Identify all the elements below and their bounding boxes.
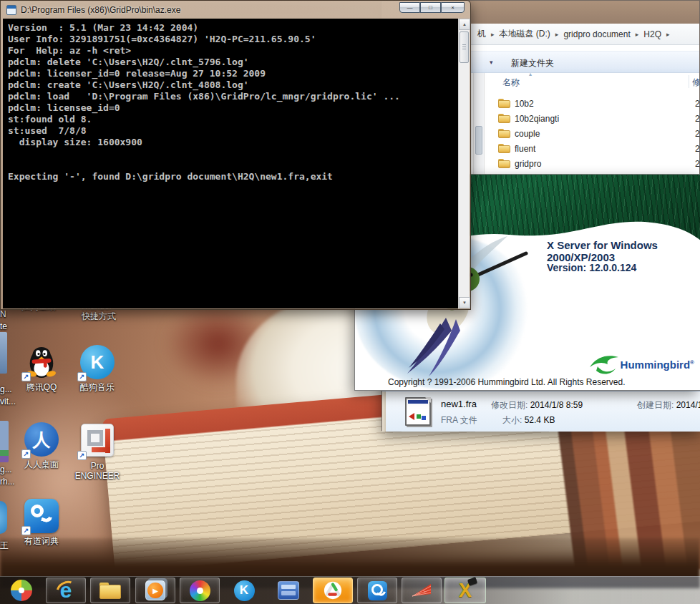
shortcut-arrow-icon: ↗ — [77, 372, 87, 381]
splash-version: Version: 12.0.0.124 — [547, 262, 636, 273]
console-scrollbar-thumb[interactable] — [460, 31, 469, 63]
media-player-icon: ▶ — [145, 580, 165, 600]
date-cell-clipped: 2 — [695, 114, 700, 124]
created-date-value: 2014/1/7 — [676, 400, 700, 410]
file-type: FRA 文件 — [441, 414, 477, 427]
taskbar-item-windows-explorer[interactable] — [90, 578, 130, 603]
console-app-icon — [6, 5, 16, 15]
taskbar-item-exceed[interactable]: X — [444, 578, 486, 603]
column-header-name[interactable]: 名称 — [502, 77, 520, 89]
maximize-button[interactable]: □ — [420, 2, 441, 13]
toolbar-dropdown-caret-icon[interactable]: ▾ — [490, 59, 493, 66]
kugou-music-icon: K — [234, 580, 255, 601]
taskbar-item-kugou[interactable]: K — [224, 578, 264, 603]
console-output: Version : 5.1 (Mar 23 14:42 2004) User I… — [3, 19, 470, 182]
nav-scrollbar-thumb[interactable] — [475, 126, 482, 155]
folder-row[interactable]: gridpro — [486, 156, 700, 171]
windows-explorer-icon — [99, 583, 121, 599]
details-pane: new1.fra 修改日期: 2014/1/8 8:59 创建日期: 2014/… — [382, 391, 700, 432]
desktop-icon-clipped-3[interactable] — [0, 501, 7, 534]
size-value: 52.4 KB — [525, 415, 555, 425]
modified-date-label: 修改日期: — [491, 400, 528, 410]
folder-row[interactable]: 10b2 — [486, 96, 700, 111]
shortcut-arrow-icon: ↗ — [21, 449, 31, 459]
film-strip-icon — [278, 581, 299, 600]
scroll-down-icon[interactable]: ▼ — [459, 297, 470, 308]
date-cell-clipped: 2 — [695, 99, 700, 109]
console-scrollbar[interactable]: ▲ ▼ — [458, 19, 470, 308]
folder-row[interactable]: 10b2qiangti — [486, 111, 700, 126]
close-button[interactable]: × — [441, 2, 465, 13]
breadcrumb-separator-icon: ▸ — [553, 31, 562, 38]
minimize-button[interactable]: — — [399, 2, 420, 13]
date-cell-clipped: 2 — [695, 129, 700, 139]
taskbar-item-pinwheel[interactable] — [1, 578, 42, 603]
shortcut-arrow-icon: ↗ — [21, 526, 31, 535]
date-cell-clipped: 2 — [695, 144, 700, 154]
nav-pane-scrollbar[interactable] — [473, 73, 485, 175]
modified-date-value: 2014/1/8 8:59 — [530, 400, 583, 410]
console-titlebar[interactable]: D:\Program Files (x86)\GridPro\bin\az.ex… — [1, 1, 470, 19]
breadcrumb-separator-icon: ▸ — [488, 31, 497, 38]
breadcrumb-segment[interactable]: gridpro document — [561, 28, 632, 41]
color-wheel-icon — [190, 580, 210, 601]
folder-row[interactable]: fluent — [486, 141, 700, 156]
column-header-date[interactable]: 修改日期 — [692, 77, 700, 89]
breadcrumb-separator-icon: ▸ — [633, 31, 642, 38]
taskbar-item-internet-explorer[interactable]: e — [46, 578, 86, 603]
hummingbird-logo: Hummingbird® — [589, 354, 694, 375]
splash-copyright: Copyright ? 1991-2006 Hummingbird Ltd. A… — [388, 377, 626, 387]
taskbar-item-youdao[interactable] — [357, 578, 397, 603]
breadcrumb-separator-icon: ▸ — [663, 31, 673, 38]
shortcut-arrow-icon: ↗ — [77, 451, 87, 460]
desktop-icon-youdao[interactable]: ↗ 有道词典 — [14, 499, 69, 546]
date-cell-clipped: 2 — [695, 159, 700, 169]
console-window: D:\Program Files (x86)\GridPro\bin\az.ex… — [0, 0, 471, 310]
console-client-area: Version : 5.1 (Mar 23 14:42 2004) User I… — [3, 19, 470, 308]
column-separator[interactable] — [689, 75, 689, 88]
play-icon: ▶ — [147, 583, 163, 598]
taskbar-item-pc-manager[interactable] — [313, 578, 353, 603]
pinwheel-icon — [11, 580, 32, 601]
folder-icon — [498, 129, 510, 138]
breadcrumb-segment[interactable]: 本地磁盘 (D:) — [497, 26, 553, 42]
desktop-icon-renren[interactable]: 人 ↗ 人人桌面 — [14, 422, 69, 469]
folder-row[interactable]: couple — [486, 126, 700, 141]
desktop-label-clipped-2: g...rh... — [0, 464, 24, 488]
new-folder-button[interactable]: 新建文件夹 — [511, 57, 554, 69]
window-edge — [382, 391, 386, 432]
youdao-dict-icon — [368, 581, 387, 600]
desktop-label-fragment-top[interactable]: Nte — [0, 308, 11, 333]
folder-icon — [498, 159, 510, 168]
internet-explorer-icon: e — [54, 579, 77, 602]
shortcut-arrow-icon: ↗ — [21, 372, 31, 381]
breadcrumb-segment[interactable]: 机 — [475, 26, 488, 42]
desktop-label-clipped-3: 王 — [0, 540, 14, 552]
taskbar-item-color-wheel[interactable] — [180, 578, 220, 603]
scroll-up-icon[interactable]: ▲ — [459, 19, 470, 30]
taskbar-item-video-player[interactable] — [268, 578, 308, 603]
taskbar: e ▶ K X — [0, 576, 700, 604]
folder-icon — [498, 144, 510, 153]
exceed-icon: X — [453, 580, 477, 601]
pc-manager-icon — [323, 580, 343, 600]
desktop-icon-clipped-1[interactable] — [0, 332, 7, 374]
splash-product-name: X Server for Windows 2000/XP/2003 — [547, 239, 700, 263]
console-title: D:\Program Files (x86)\GridPro\bin\az.ex… — [21, 5, 180, 15]
hummingbird-logo-text: Hummingbird® — [621, 359, 694, 371]
taskbar-item-media-player[interactable]: ▶ — [135, 578, 175, 603]
desktop-icon-clipped-2[interactable] — [0, 421, 9, 462]
folder-icon — [498, 114, 510, 123]
sort-arrow-icon: ▴ — [529, 71, 532, 77]
fra-file-icon — [405, 397, 431, 426]
desktop-icon-kugou[interactable]: K ↗ 酷狗音乐 — [70, 345, 125, 392]
folder-icon — [498, 99, 510, 108]
breadcrumb-segment[interactable]: H2Q — [641, 28, 663, 41]
red-mesh-fan-icon — [411, 582, 432, 599]
exceed-knob — [467, 577, 477, 585]
taskbar-item-mesh-tool[interactable] — [402, 578, 442, 603]
size-label: 大小: — [502, 415, 522, 425]
desktop-label-clipped-1: g...vit... — [0, 384, 24, 408]
desktop-icon-pro-engineer[interactable]: ↗ ProENGINEER — [70, 424, 125, 481]
created-date-label: 创建日期: — [637, 400, 674, 410]
